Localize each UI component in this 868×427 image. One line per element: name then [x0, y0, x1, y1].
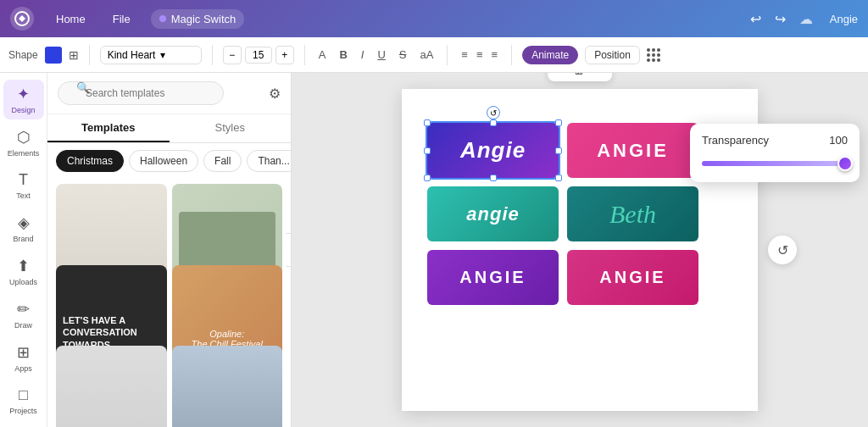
sidebar-label-projects: Projects	[9, 407, 37, 415]
font-selector[interactable]: Kind Heart ▾	[100, 46, 202, 64]
template-card-6[interactable]: The Boogie Day...	[172, 346, 283, 427]
sidebar-item-draw[interactable]: ✏ Draw	[3, 295, 44, 335]
transparency-slider[interactable]	[702, 155, 848, 172]
more-options-button[interactable]	[647, 48, 660, 62]
font-name: Kind Heart	[108, 49, 156, 61]
name-card-text-5: ANGIE	[459, 268, 526, 287]
delete-icon[interactable]: 🗑	[573, 73, 585, 76]
bold-button[interactable]: B	[336, 47, 350, 63]
duplicate-icon[interactable]: ⧉	[558, 73, 566, 76]
top-nav: Home File Magic Switch	[49, 9, 732, 29]
search-bar: 🔍 ⚙	[47, 73, 291, 114]
draw-icon: ✏	[17, 300, 30, 319]
cloud-save-icon: ☁	[796, 8, 816, 30]
cat-thanksgiving[interactable]: Than...	[247, 150, 291, 172]
category-bar: Christmas Halloween Fall Than... ›	[47, 143, 291, 179]
handle-br	[555, 175, 562, 181]
search-wrap: 🔍	[58, 81, 262, 105]
sidebar-item-brand[interactable]: ◈ Brand	[3, 208, 44, 248]
rotate-handle[interactable]: ↺	[487, 106, 500, 119]
shape-label: Shape	[8, 49, 38, 61]
cat-halloween[interactable]: Halloween	[129, 150, 198, 172]
user-name: Angie	[830, 13, 858, 25]
text-icon: T	[19, 171, 28, 189]
name-card-3[interactable]: angie	[427, 186, 559, 241]
font-size-input[interactable]	[245, 47, 272, 64]
sidebar-item-uploads[interactable]: ⬆ Uploads	[3, 252, 44, 291]
magic-switch-btn[interactable]: Magic Switch	[151, 9, 245, 29]
name-cards-container: ↺ Angie ANGIE angie Beth ANGIE	[427, 123, 698, 305]
align-right-button[interactable]: ≡	[488, 47, 502, 63]
grid-icon[interactable]: ⊞	[69, 48, 79, 62]
elements-icon: ⬡	[17, 128, 31, 147]
cat-fall[interactable]: Fall	[203, 150, 242, 172]
transparency-value: 100	[829, 134, 848, 147]
text-color-icon[interactable]: A	[315, 47, 330, 63]
magic-dot	[159, 15, 166, 22]
cat-christmas[interactable]: Christmas	[56, 150, 124, 172]
apps-icon: ⊞	[17, 343, 30, 362]
case-button[interactable]: aA	[416, 47, 437, 63]
name-card-6[interactable]: ANGIE	[567, 250, 698, 305]
sidebar-label-text: Text	[16, 191, 31, 200]
font-size-control: − +	[223, 46, 294, 64]
separator-5	[511, 45, 512, 65]
name-card-1[interactable]: ↺ Angie	[427, 123, 559, 178]
name-card-text-4: Beth	[609, 200, 656, 229]
chevron-down-icon: ▾	[160, 49, 165, 61]
more-options-icon[interactable]: ···	[592, 73, 602, 76]
sidebar-item-projects[interactable]: □ Projects	[3, 381, 44, 420]
strikethrough-button[interactable]: S	[396, 47, 410, 63]
font-size-decrease[interactable]: −	[223, 46, 242, 64]
position-button[interactable]: Position	[585, 46, 640, 64]
nav-home[interactable]: Home	[49, 9, 92, 29]
nav-file[interactable]: File	[106, 9, 137, 29]
undo-button[interactable]: ↩	[747, 8, 765, 30]
sidebar-item-photos[interactable]: 🖼 Photos	[3, 424, 44, 427]
redo-button[interactable]: ↪	[771, 8, 789, 30]
italic-button[interactable]: I	[358, 47, 368, 63]
main-content: ✦ Design ⬡ Elements T Text ◈ Brand ⬆ Upl…	[0, 73, 868, 427]
color-picker-button[interactable]	[45, 47, 62, 64]
projects-icon: □	[19, 386, 28, 404]
design-icon: ✦	[17, 85, 30, 103]
canvas-area[interactable]: Transparency 100 ⧉ 🗑 ···	[292, 73, 868, 427]
tab-templates[interactable]: Templates	[47, 114, 170, 142]
separator-2	[212, 45, 213, 65]
handle-tm	[490, 119, 497, 126]
align-left-button[interactable]: ≡	[458, 47, 471, 63]
name-card-text-1: Angie	[460, 137, 526, 164]
panel-collapse-handle[interactable]: ‹	[286, 233, 292, 267]
name-card-4[interactable]: Beth	[567, 186, 698, 241]
sidebar-label-brand: Brand	[13, 235, 33, 243]
canvas-reset-button[interactable]: ↺	[768, 236, 797, 264]
templates-grid: The path tominimalism RestaurantBusiness…	[47, 179, 291, 427]
underline-button[interactable]: U	[374, 47, 388, 63]
sidebar-item-text[interactable]: T Text	[3, 166, 44, 205]
app-logo[interactable]	[10, 7, 34, 30]
sidebar-item-elements[interactable]: ⬡ Elements	[3, 123, 44, 163]
align-center-button[interactable]: ≡	[473, 47, 487, 63]
sidebar-label-elements: Elements	[8, 149, 40, 158]
handle-mr	[555, 147, 562, 154]
animate-button[interactable]: Animate	[522, 46, 578, 64]
name-card-2[interactable]: ANGIE	[567, 123, 698, 178]
sidebar: ✦ Design ⬡ Elements T Text ◈ Brand ⬆ Upl…	[0, 73, 47, 427]
separator-1	[89, 45, 90, 65]
name-card-text-2: ANGIE	[597, 140, 669, 162]
filter-icon[interactable]: ⚙	[269, 86, 281, 102]
name-card-5[interactable]: ANGIE	[427, 250, 559, 305]
transparency-thumb[interactable]	[837, 156, 853, 171]
templates-panel: 🔍 ⚙ Templates Styles Christmas Halloween…	[47, 73, 292, 427]
sidebar-label-uploads: Uploads	[9, 278, 37, 286]
magic-switch-label: Magic Switch	[171, 13, 236, 25]
font-size-increase[interactable]: +	[275, 46, 294, 64]
name-card-text-6: ANGIE	[599, 268, 665, 287]
name-card-text-3: angie	[466, 203, 519, 225]
sidebar-label-design: Design	[11, 106, 35, 114]
sidebar-item-apps[interactable]: ⊞ Apps	[3, 338, 44, 378]
sidebar-item-design[interactable]: ✦ Design	[3, 80, 44, 119]
tab-styles[interactable]: Styles	[170, 114, 292, 142]
uploads-icon: ⬆	[17, 257, 30, 275]
template-card-5[interactable]	[56, 346, 167, 427]
